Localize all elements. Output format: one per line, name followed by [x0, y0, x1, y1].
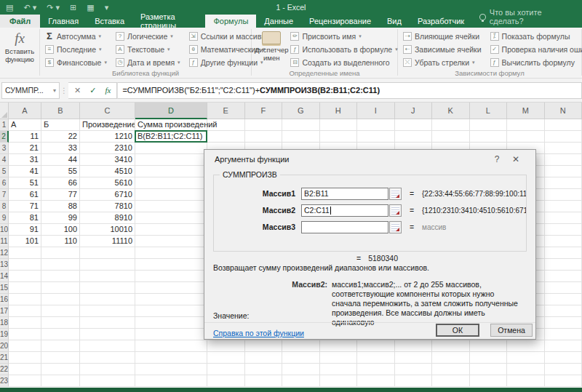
cell-B2[interactable]: 22	[41, 131, 80, 143]
row-header-16[interactable]: 16	[0, 294, 9, 305]
cell-J1[interactable]	[395, 119, 433, 131]
cell-F23[interactable]	[245, 375, 283, 387]
cell-B16[interactable]	[41, 294, 80, 305]
cell-C17[interactable]	[80, 305, 135, 317]
cell-C14[interactable]	[80, 271, 135, 282]
names-присвоить-имя[interactable]: ✏Присвоить имя▾	[288, 30, 399, 42]
cell-C11[interactable]: 11110	[80, 236, 135, 247]
cell-A10[interactable]: 91	[9, 224, 41, 236]
cell-E2[interactable]	[207, 131, 245, 143]
save-icon[interactable]: ▤	[6, 3, 13, 12]
column-header-N[interactable]: N	[545, 103, 582, 119]
cell-B15[interactable]	[41, 282, 80, 294]
tell-me-box[interactable]: Что вы хотите сделать?	[472, 6, 582, 28]
cell-C23[interactable]	[80, 375, 135, 387]
cell-A14[interactable]	[9, 271, 41, 282]
name-box-splitter[interactable]: ⋮	[60, 87, 68, 95]
tab-разработчик[interactable]: Разработчик	[410, 15, 472, 28]
cell-A6[interactable]: 51	[9, 177, 41, 189]
tab-формулы[interactable]: Формулы	[205, 15, 256, 28]
cell-C20[interactable]	[80, 340, 135, 352]
audit-проверка-наличия-ошибок[interactable]: ✓Проверка наличия ошибок▾	[488, 43, 582, 55]
array2-input[interactable]: C2:C11	[301, 204, 388, 217]
cell-D17[interactable]	[135, 305, 207, 317]
cell-J23[interactable]	[395, 375, 433, 387]
cell-C16[interactable]	[80, 294, 135, 305]
confirm-entry-icon[interactable]: ✓	[89, 86, 96, 95]
cell-N14[interactable]	[545, 271, 582, 282]
cell-A23[interactable]	[9, 375, 41, 387]
qat-customize-icon[interactable]: ▾	[105, 3, 109, 12]
column-header-G[interactable]: G	[282, 103, 320, 119]
cell-K1[interactable]	[432, 119, 470, 131]
cell-N2[interactable]	[545, 131, 582, 143]
array3-input[interactable]	[301, 221, 388, 233]
cell-B22[interactable]	[41, 364, 80, 375]
cell-M22[interactable]	[507, 364, 545, 375]
cell-G20[interactable]	[282, 340, 320, 352]
chevron-down-icon[interactable]: ▾	[53, 87, 56, 94]
name-manager-button[interactable]: Диспетчер имен	[255, 30, 288, 62]
cell-C6[interactable]: 5610	[80, 177, 135, 189]
cell-C2[interactable]: 1210	[80, 131, 135, 143]
row-header-18[interactable]: 18	[0, 317, 9, 329]
cell-B9[interactable]: 99	[41, 212, 80, 224]
cell-C4[interactable]: 3410	[80, 154, 135, 166]
cell-N15[interactable]	[545, 282, 582, 294]
cell-B10[interactable]: 100	[41, 224, 80, 236]
cell-L2[interactable]	[470, 131, 508, 143]
cell-A5[interactable]: 41	[9, 166, 41, 177]
cell-E22[interactable]	[207, 364, 245, 375]
select-all-corner[interactable]	[0, 103, 9, 119]
row-header-6[interactable]: 6	[0, 177, 9, 189]
cell-H21[interactable]	[320, 352, 358, 364]
cell-G2[interactable]	[282, 131, 320, 143]
tab-разметка-страницы[interactable]: Разметка страницы	[132, 15, 205, 28]
cell-F1[interactable]	[245, 119, 283, 131]
cell-B19[interactable]	[41, 329, 80, 340]
tab-главная[interactable]: Главная	[40, 15, 87, 28]
tab-рецензирование[interactable]: Рецензирование	[301, 15, 379, 28]
function-help-link[interactable]: Справка по этой функции	[213, 329, 304, 337]
cell-N19[interactable]	[545, 329, 582, 340]
cell-A8[interactable]: 71	[9, 201, 41, 212]
library-финансовые[interactable]: $Финансовые▾	[43, 56, 109, 68]
cell-B5[interactable]: 55	[41, 166, 80, 177]
cell-C12[interactable]	[80, 247, 135, 259]
cell-D19[interactable]	[135, 329, 207, 340]
row-header-9[interactable]: 9	[0, 212, 9, 224]
cell-G23[interactable]	[282, 375, 320, 387]
cell-G22[interactable]	[282, 364, 320, 375]
cell-L20[interactable]	[470, 340, 508, 352]
cell-D5[interactable]	[135, 166, 207, 177]
cell-M21[interactable]	[507, 352, 545, 364]
cell-L21[interactable]	[470, 352, 508, 364]
cell-D12[interactable]	[135, 247, 207, 259]
row-header-20[interactable]: 20	[0, 340, 9, 352]
cell-B23[interactable]	[41, 375, 80, 387]
cell-K21[interactable]	[432, 352, 470, 364]
cell-B17[interactable]	[41, 305, 80, 317]
names-использовать-в-формуле[interactable]: ƒИспользовать в формуле▾	[288, 43, 399, 55]
row-header-2[interactable]: 2	[0, 131, 9, 143]
cell-C22[interactable]	[80, 364, 135, 375]
cell-N17[interactable]	[545, 305, 582, 317]
cell-B4[interactable]: 44	[41, 154, 80, 166]
cell-A4[interactable]: 31	[9, 154, 41, 166]
row-header-12[interactable]: 12	[0, 247, 9, 259]
cell-I21[interactable]	[357, 352, 395, 364]
cell-C8[interactable]: 7810	[80, 201, 135, 212]
cell-K23[interactable]	[432, 375, 470, 387]
tab-file[interactable]: Файл	[0, 15, 40, 28]
collapse-dialog-icon[interactable]	[389, 204, 402, 217]
cell-A17[interactable]	[9, 305, 41, 317]
cell-E20[interactable]	[207, 340, 245, 352]
cell-N8[interactable]	[545, 201, 582, 212]
cell-N18[interactable]	[545, 317, 582, 329]
paste-icon[interactable]: ▦	[87, 3, 94, 12]
column-header-E[interactable]: E	[207, 103, 245, 119]
collapse-dialog-icon[interactable]	[389, 221, 402, 233]
cell-K2[interactable]	[432, 131, 470, 143]
cell-D14[interactable]	[135, 271, 207, 282]
cell-C18[interactable]	[80, 317, 135, 329]
